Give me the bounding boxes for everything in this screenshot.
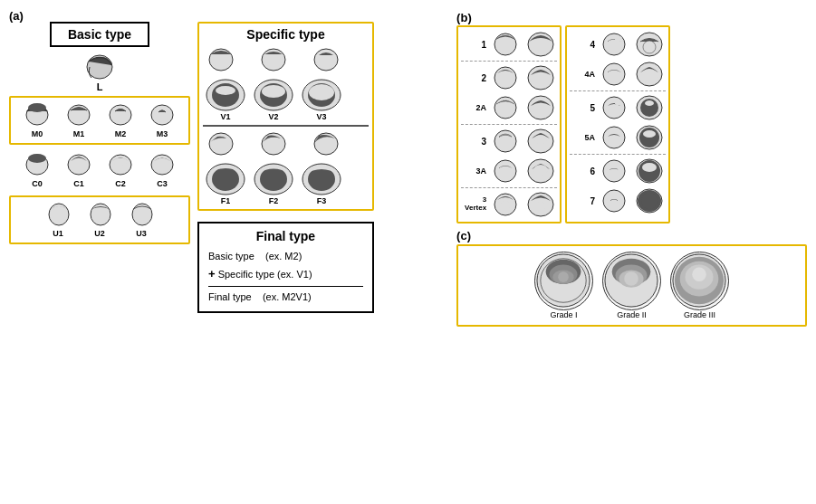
norwood-label-7: 7 bbox=[570, 196, 595, 206]
grade-ii-label: Grade II bbox=[617, 310, 647, 319]
u-group: U1 U2 bbox=[9, 195, 190, 244]
svg-point-38 bbox=[494, 33, 516, 55]
panel-c-wrapper: (c) Grade I bbox=[456, 229, 807, 327]
c2-cell: C2 bbox=[101, 150, 140, 190]
norwood-5a-side bbox=[598, 124, 630, 151]
norwood-2-top bbox=[524, 64, 557, 91]
grade-iii-label: Grade III bbox=[684, 310, 715, 319]
svg-point-65 bbox=[645, 100, 654, 106]
m1-label: M1 bbox=[73, 129, 85, 138]
c1-head bbox=[63, 152, 94, 177]
sep-5a-6 bbox=[570, 154, 666, 155]
svg-point-42 bbox=[494, 97, 516, 119]
grade-i-label: Grade I bbox=[551, 310, 578, 319]
c2-label: C2 bbox=[115, 179, 126, 188]
norwood-1-top bbox=[524, 31, 557, 58]
norwood-label-3a: 3A bbox=[461, 166, 486, 176]
panel-b-wrapper: (b) 1 bbox=[456, 9, 807, 223]
svg-point-14 bbox=[49, 204, 69, 225]
norwood-4a-top bbox=[633, 61, 666, 88]
final-type-title: Final type bbox=[208, 229, 363, 243]
norwood-label-4: 4 bbox=[570, 40, 595, 50]
m3-label: M3 bbox=[157, 129, 168, 138]
c-group-inner: C0 C1 bbox=[9, 147, 190, 193]
norwood-4-side bbox=[598, 31, 630, 58]
sep-3a-v bbox=[461, 187, 557, 188]
norwood-row-7: 7 bbox=[570, 186, 666, 215]
c2-head bbox=[105, 152, 136, 177]
c0-cell: C0 bbox=[17, 150, 57, 190]
basic-type-title: Basic type bbox=[50, 22, 149, 47]
svg-point-57 bbox=[643, 41, 656, 53]
final-divider bbox=[208, 286, 363, 287]
norwood-3a-side bbox=[489, 157, 522, 185]
f1-top-head bbox=[203, 162, 248, 196]
norwood-row-4a: 4A bbox=[570, 60, 666, 89]
v3-label: V3 bbox=[316, 112, 326, 121]
norwood-label-2: 2 bbox=[461, 73, 486, 83]
c0-head bbox=[22, 152, 53, 177]
l-label: L bbox=[97, 81, 103, 92]
norwood-row-2a: 2A bbox=[461, 93, 557, 122]
panel-a: (a) Basic type L bbox=[9, 9, 449, 495]
svg-point-53 bbox=[536, 202, 545, 211]
v1-top-head bbox=[203, 78, 248, 112]
svg-point-58 bbox=[603, 63, 625, 85]
svg-point-43 bbox=[528, 96, 553, 119]
norwood-5-top bbox=[633, 94, 666, 121]
svg-point-69 bbox=[643, 130, 656, 138]
v-side-row bbox=[203, 45, 369, 74]
norwood-4a-side bbox=[598, 61, 630, 88]
norwood-label-1: 1 bbox=[461, 40, 486, 50]
svg-point-46 bbox=[534, 135, 547, 144]
u2-head bbox=[84, 202, 115, 227]
u-group-box: U1 U2 bbox=[9, 195, 190, 244]
svg-point-62 bbox=[615, 101, 620, 105]
norwood-5a-top bbox=[633, 124, 666, 151]
u1-head bbox=[43, 202, 73, 227]
norwood-row-1: 1 bbox=[461, 30, 557, 59]
norwood-label-2a: 2A bbox=[461, 103, 486, 112]
m2-cell: M2 bbox=[101, 100, 140, 140]
grade-iii-circle bbox=[670, 252, 729, 310]
norwood-label-6: 6 bbox=[570, 166, 595, 176]
panel-c-label: (c) bbox=[456, 229, 807, 242]
svg-point-83 bbox=[558, 271, 569, 282]
panel-b-label: (b) bbox=[456, 11, 472, 24]
m0-head bbox=[22, 102, 53, 128]
f1-label: F1 bbox=[221, 196, 231, 205]
svg-point-51 bbox=[501, 201, 510, 210]
final-type-box: Final type Basic type (ex. M2) + Specifi… bbox=[197, 222, 374, 313]
norwood-label-5: 5 bbox=[570, 103, 595, 113]
svg-point-74 bbox=[603, 190, 625, 212]
norwood-row-3a: 3A bbox=[461, 157, 557, 185]
svg-point-19 bbox=[314, 49, 338, 71]
u3-head bbox=[126, 202, 157, 227]
final-line1: Basic type (ex. M2) bbox=[208, 251, 302, 262]
u2-cell: U2 bbox=[80, 200, 120, 240]
norwood-2a-top bbox=[524, 94, 557, 121]
u1-cell: U1 bbox=[38, 200, 78, 240]
svg-point-55 bbox=[615, 36, 622, 42]
norwood-row-3: 3 bbox=[461, 127, 557, 156]
grade-i-circle bbox=[534, 252, 593, 310]
c-group: C0 C1 bbox=[9, 147, 190, 193]
v-top-row: V1 V2 bbox=[203, 78, 369, 121]
grade-ii-svg bbox=[603, 252, 660, 310]
svg-point-70 bbox=[603, 160, 625, 182]
u1-label: U1 bbox=[53, 229, 63, 238]
norwood-row-5: 5 bbox=[570, 93, 666, 122]
grade-i-cell: Grade I bbox=[534, 252, 593, 319]
panel-b-inner: 1 2 bbox=[456, 25, 807, 223]
norwood-right: 4 4A bbox=[565, 25, 670, 223]
specific-type-title: Specific type bbox=[203, 27, 369, 42]
m1-cell: M1 bbox=[59, 100, 99, 140]
m-row: M0 M1 bbox=[14, 100, 186, 140]
f3-label: F3 bbox=[317, 196, 327, 205]
m1-head bbox=[63, 102, 94, 128]
svg-point-29 bbox=[209, 133, 233, 155]
svg-point-77 bbox=[641, 193, 658, 209]
v2-side-head bbox=[255, 45, 305, 74]
norwood-label-3v: 3Vertex bbox=[461, 196, 486, 213]
panel-right: (b) 1 bbox=[456, 9, 807, 495]
